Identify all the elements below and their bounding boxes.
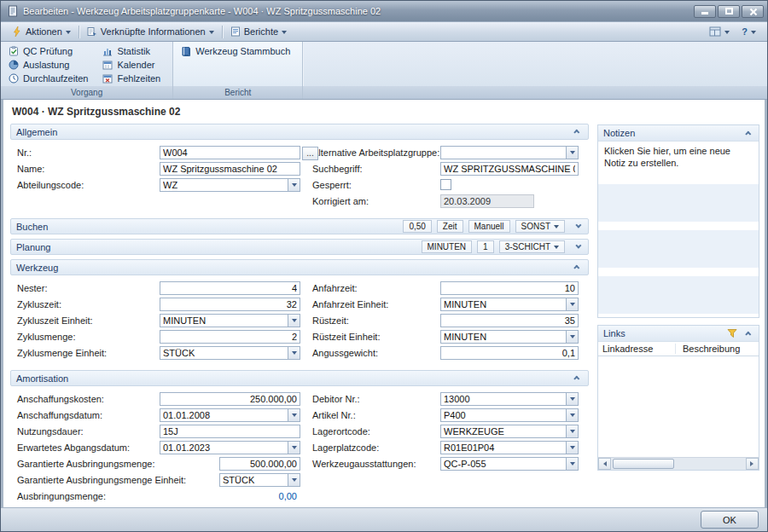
garantierte-einheit-input[interactable] [219,473,288,487]
new-note-hint[interactable]: Klicken Sie hier, um eine neue Notiz zu … [604,146,730,168]
collapse-fasttab-button[interactable] [570,126,584,138]
fasttab-amortisation-header[interactable]: Amortisation [10,370,589,386]
close-button[interactable] [742,5,764,18]
scrollbar-thumb[interactable] [613,459,674,469]
anschaffungsdatum-input[interactable] [160,408,288,422]
lookup-button[interactable] [566,441,579,454]
dropdown-button[interactable] [566,146,579,159]
lookup-button[interactable] [566,408,579,422]
action-fehlzeiten[interactable]: Fehlzeiten [100,72,169,85]
lookup-button[interactable] [566,457,579,471]
ausstattung-input[interactable] [440,457,566,471]
nester-input[interactable] [160,281,300,295]
anfahrzeit-einheit-input[interactable] [440,298,566,311]
collapse-factbox-button[interactable] [742,127,755,139]
name-input[interactable] [160,162,300,176]
action-statistik[interactable]: Statistik [100,44,169,58]
menu-verknuepfte-informationen[interactable]: Verknüpfte Informationen [81,25,220,38]
scrollbar-track[interactable] [611,459,746,469]
zyklusmenge-input[interactable] [160,330,300,344]
angussgewicht-input[interactable] [440,346,579,360]
minimize-button[interactable] [694,5,716,18]
factbox-links-header[interactable]: Links [598,326,759,342]
lookup-button[interactable] [566,425,579,438]
buchen-summary-kostensatz[interactable]: 0,50 [403,220,431,233]
links-list[interactable] [598,356,759,457]
field-lagerortcode: Lagerortcode: [312,423,579,439]
buchen-summary-zeit[interactable]: Zeit [437,220,463,233]
action-durchlaufzeiten[interactable]: Durchlaufzeiten [6,72,96,85]
menu-berichte[interactable]: Berichte [224,25,293,38]
garantierte-menge-input[interactable] [219,457,300,471]
ruestzeit-input[interactable] [440,314,579,327]
collapse-fasttab-button[interactable] [570,262,584,274]
planung-summary-schichtcode[interactable]: 3-SCHICHT [499,240,565,253]
column-header-linkadresse[interactable]: Linkadresse [602,344,676,354]
dropdown-button[interactable] [288,178,300,192]
filter-icon[interactable] [727,328,737,338]
dropdown-button[interactable] [566,330,579,344]
action-auslastung[interactable]: Auslastung [6,58,96,72]
scroll-right-button[interactable] [746,458,759,470]
dropdown-button[interactable] [288,346,300,360]
nr-assist-button[interactable]: ... [302,147,318,160]
nr-input[interactable] [160,146,300,159]
datepicker-button[interactable] [288,408,300,422]
zykluszeit-input[interactable] [160,298,300,311]
artikel-input[interactable] [440,408,566,422]
anschaffungskosten-label: Anschaffungskosten: [17,394,160,404]
gesperrt-checkbox[interactable] [440,179,451,190]
nester-field [160,281,300,295]
fasttab-werkzeug-header[interactable]: Werkzeug [10,259,589,275]
dropdown-button[interactable] [288,473,300,487]
action-qc-pruefung[interactable]: QC Prüfung [6,44,96,58]
maximize-button[interactable] [718,5,740,18]
abgangsdatum-input[interactable] [160,441,288,454]
action-label: Werkzeug Stammbuch [195,46,290,56]
suchbegriff-input[interactable] [440,162,579,176]
menu-aktionen[interactable]: Aktionen [6,25,77,38]
fasttab-title: Amortisation [16,373,68,384]
ruestzeit-einheit-input[interactable] [440,330,566,344]
nutzungsdauer-input[interactable] [160,425,300,438]
planung-summary-kapazitaet[interactable]: 1 [477,240,494,253]
zykluszeit-einheit-input[interactable] [160,314,288,327]
lookup-button[interactable] [566,392,579,406]
scroll-left-button[interactable] [598,458,611,470]
action-werkzeug-stammbuch[interactable]: Werkzeug Stammbuch [178,44,299,58]
zyklusmenge-einheit-input[interactable] [160,346,288,360]
horizontal-scrollbar[interactable] [598,457,759,470]
ausbringungsmenge-drilldown-link[interactable]: 0,00 [160,491,300,501]
expand-fasttab-button[interactable] [570,221,584,233]
buchen-summary-sonst[interactable]: SONST [515,220,565,233]
abteilungscode-input[interactable] [160,178,288,192]
column-header-beschreibung[interactable]: Beschreibung [683,344,754,354]
help-menu-button[interactable]: ? [736,25,762,38]
title-bar[interactable]: Bearbeiten - Werkzeug Arbeitsplatzgruppe… [1,1,767,21]
action-kalender[interactable]: Kalender [100,58,169,72]
zykluszeit-einheit-combo [160,314,300,327]
collapse-factbox-button[interactable] [742,327,755,339]
alternative-input[interactable] [440,146,566,159]
lagerplatz-input[interactable] [440,441,566,454]
collapse-fasttab-button[interactable] [570,373,584,385]
dropdown-button[interactable] [566,298,579,311]
buchen-summary-manuell[interactable]: Manuell [468,220,510,233]
planung-summary-einheit[interactable]: MINUTEN [422,240,473,253]
fasttab-allgemein-header[interactable]: Allgemein [10,124,589,140]
field-nr: Nr.: ... [17,144,300,160]
datepicker-button[interactable] [288,441,300,454]
factbox-notizen-header[interactable]: Notizen [598,125,759,142]
fasttab-planung-header[interactable]: Planung MINUTEN 1 3-SCHICHT [10,239,589,255]
chevron-down-icon [282,31,287,37]
anschaffungsdatum-combo [160,408,300,422]
expand-fasttab-button[interactable] [570,241,584,253]
fasttab-buchen-header[interactable]: Buchen 0,50 Zeit Manuell SONST [10,218,589,234]
anfahrzeit-input[interactable] [440,281,579,295]
dropdown-button[interactable] [288,314,300,327]
lagerort-input[interactable] [440,425,566,438]
debitor-input[interactable] [440,392,566,406]
ok-button[interactable]: OK [701,511,759,529]
workspace-menu-button[interactable] [703,25,736,38]
anschaffungskosten-input[interactable] [160,392,300,406]
